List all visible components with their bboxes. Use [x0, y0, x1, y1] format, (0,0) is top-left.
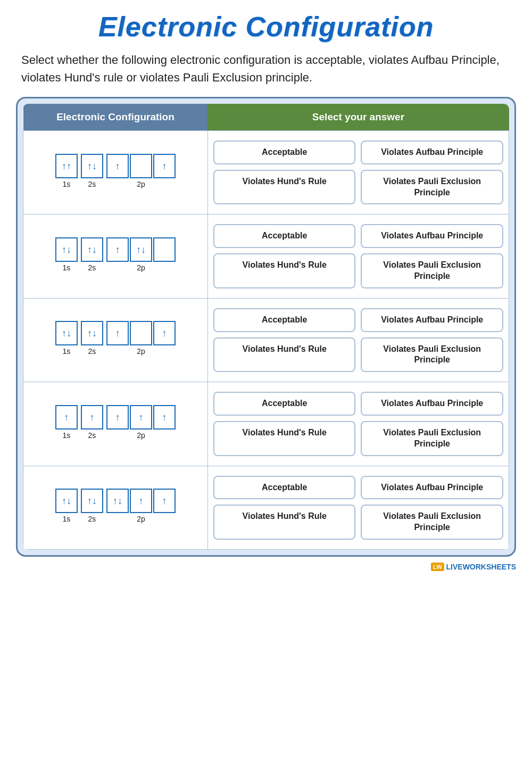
answer-btn-2-2[interactable]: Violates Aufbau Principle — [361, 224, 503, 248]
footer: LW LIVEWORKSHEETS — [16, 562, 516, 571]
orbital-box: ↑ — [153, 405, 176, 430]
orbital-box: ↑ — [153, 154, 176, 178]
main-table: Electronic Configuration Select your ans… — [23, 104, 509, 550]
orbital-label-2p: 2p — [137, 263, 145, 272]
answer-cell-4: AcceptableViolates Aufbau PrincipleViola… — [207, 382, 509, 466]
subtitle-text: Select whether the following electronic … — [16, 51, 516, 86]
answer-btn-1-1[interactable]: Acceptable — [213, 141, 356, 164]
table-row-4: ↑ 1s ↑ 2s ↑↑↑ 2p AcceptableViolates Aufb… — [23, 382, 509, 466]
answer-cell-2: AcceptableViolates Aufbau PrincipleViola… — [207, 214, 509, 298]
orbital-label-2s: 2s — [88, 263, 96, 272]
answer-btn-3-4[interactable]: Violates Pauli Exclusion Principle — [361, 337, 503, 373]
table-row-1: ↑↑ 1s ↑↓ 2s ↑↑ 2p AcceptableViolates Auf… — [23, 131, 509, 214]
orbital-label-1s: 1s — [63, 431, 71, 440]
orbital-box: ↑↓ — [81, 154, 103, 178]
answer-btn-2-4[interactable]: Violates Pauli Exclusion Principle — [361, 253, 503, 288]
orbital-box: ↑ — [106, 154, 129, 178]
orbital-label-2s: 2s — [88, 431, 96, 440]
answer-btn-3-3[interactable]: Violates Hund's Rule — [213, 337, 356, 373]
answer-btn-1-2[interactable]: Violates Aufbau Principle — [361, 141, 503, 164]
orbital-label-1s: 1s — [63, 263, 71, 272]
answer-btn-3-1[interactable]: Acceptable — [213, 308, 356, 332]
page-title: Electronic Configuration — [16, 11, 516, 43]
answer-btn-3-2[interactable]: Violates Aufbau Principle — [361, 308, 503, 332]
orbital-group-2p: ↑↑↑ 2p — [106, 405, 176, 440]
orbital-box — [130, 321, 152, 345]
orbital-label-2s: 2s — [88, 515, 96, 523]
orbital-box: ↑ — [106, 237, 129, 262]
orbital-box: ↑ — [130, 405, 152, 430]
orbital-group-2s: ↑↓ 2s — [81, 489, 103, 523]
orbital-group-1s: ↑↓ 1s — [55, 237, 78, 272]
table-row-3: ↑↓ 1s ↑↓ 2s ↑↑ 2p AcceptableViolates Auf… — [23, 298, 509, 382]
table-row-5: ↑↓ 1s ↑↓ 2s ↑↓↑↑ 2p AcceptableViolates A… — [23, 466, 509, 549]
orbital-group-2p: ↑↑ 2p — [106, 321, 176, 356]
orbital-box: ↑ — [153, 489, 176, 513]
answer-cell-1: AcceptableViolates Aufbau PrincipleViola… — [207, 131, 509, 214]
config-cell-2: ↑↓ 1s ↑↓ 2s ↑↑↓ 2p — [23, 214, 208, 298]
orbital-box: ↑↓ — [55, 237, 78, 262]
orbital-box: ↑ — [81, 405, 103, 430]
orbital-box: ↑ — [106, 321, 129, 345]
orbital-box — [130, 154, 152, 178]
brand-name: LIVEWORKSHEETS — [446, 563, 516, 571]
answer-btn-4-2[interactable]: Violates Aufbau Principle — [361, 392, 503, 416]
orbital-box: ↑↓ — [81, 489, 103, 513]
answer-btn-2-3[interactable]: Violates Hund's Rule — [213, 253, 356, 288]
orbital-group-2s: ↑↓ 2s — [81, 154, 103, 188]
answer-btn-5-3[interactable]: Violates Hund's Rule — [213, 505, 356, 540]
answer-btn-4-3[interactable]: Violates Hund's Rule — [213, 421, 356, 456]
answer-btn-4-4[interactable]: Violates Pauli Exclusion Principle — [361, 421, 503, 456]
answer-btn-4-1[interactable]: Acceptable — [213, 392, 356, 416]
orbital-label-1s: 1s — [63, 180, 71, 188]
answer-cell-5: AcceptableViolates Aufbau PrincipleViola… — [207, 466, 509, 549]
answer-btn-1-4[interactable]: Violates Pauli Exclusion Principle — [361, 170, 503, 205]
col2-header: Select your answer — [207, 104, 509, 131]
orbital-label-1s: 1s — [63, 515, 71, 523]
orbital-box: ↑↓ — [106, 489, 129, 513]
config-cell-3: ↑↓ 1s ↑↓ 2s ↑↑ 2p — [23, 298, 208, 382]
orbital-group-2s: ↑↓ 2s — [81, 237, 103, 272]
config-cell-4: ↑ 1s ↑ 2s ↑↑↑ 2p — [23, 382, 208, 466]
orbital-group-2p: ↑↓↑↑ 2p — [106, 489, 176, 523]
orbital-box: ↑↓ — [55, 489, 78, 513]
orbital-group-1s: ↑↑ 1s — [55, 154, 78, 188]
orbital-group-2s: ↑↓ 2s — [81, 321, 103, 356]
orbital-label-2p: 2p — [137, 180, 145, 188]
orbital-box: ↑ — [55, 405, 78, 430]
orbital-group-1s: ↑↓ 1s — [55, 489, 78, 523]
orbital-box — [153, 237, 176, 262]
orbital-box: ↑↓ — [81, 321, 103, 345]
answer-btn-5-2[interactable]: Violates Aufbau Principle — [361, 476, 503, 500]
answer-btn-5-1[interactable]: Acceptable — [213, 476, 356, 500]
answer-btn-1-3[interactable]: Violates Hund's Rule — [213, 170, 356, 205]
orbital-label-2s: 2s — [88, 180, 96, 188]
orbital-box: ↑↓ — [130, 237, 152, 262]
table-row-2: ↑↓ 1s ↑↓ 2s ↑↑↓ 2p AcceptableViolates Au… — [23, 214, 509, 298]
orbital-group-2p: ↑↑ 2p — [106, 154, 176, 188]
orbital-box: ↑ — [106, 405, 129, 430]
orbital-group-2s: ↑ 2s — [81, 405, 103, 440]
orbital-label-2p: 2p — [137, 515, 145, 523]
main-content-wrapper: Electronic Configuration Select your ans… — [16, 97, 516, 557]
orbital-group-1s: ↑↓ 1s — [55, 321, 78, 356]
orbital-label-2s: 2s — [88, 347, 96, 356]
orbital-label-2p: 2p — [137, 347, 145, 356]
orbital-box: ↑↓ — [81, 237, 103, 262]
logo-box: LW — [431, 563, 444, 571]
orbital-box: ↑↓ — [55, 321, 78, 345]
col1-header: Electronic Configuration — [23, 104, 208, 131]
liveworksheets-logo: LW LIVEWORKSHEETS — [431, 563, 516, 571]
config-cell-5: ↑↓ 1s ↑↓ 2s ↑↓↑↑ 2p — [23, 466, 208, 549]
answer-cell-3: AcceptableViolates Aufbau PrincipleViola… — [207, 298, 509, 382]
orbital-box: ↑↑ — [55, 154, 78, 178]
orbital-box: ↑ — [153, 321, 176, 345]
orbital-group-1s: ↑ 1s — [55, 405, 78, 440]
answer-btn-2-1[interactable]: Acceptable — [213, 224, 356, 248]
answer-btn-5-4[interactable]: Violates Pauli Exclusion Principle — [361, 505, 503, 540]
orbital-group-2p: ↑↑↓ 2p — [106, 237, 176, 272]
orbital-label-1s: 1s — [63, 347, 71, 356]
config-cell-1: ↑↑ 1s ↑↓ 2s ↑↑ 2p — [23, 131, 208, 214]
orbital-box: ↑ — [130, 489, 152, 513]
orbital-label-2p: 2p — [137, 431, 145, 440]
